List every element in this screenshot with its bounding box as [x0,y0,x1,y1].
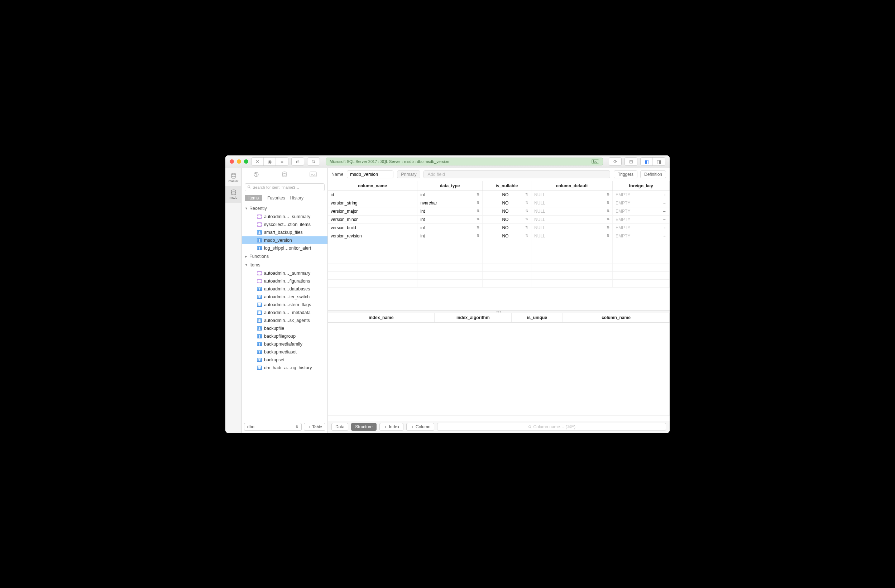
sql-icon[interactable]: SQL [309,171,317,177]
table-row[interactable]: version_string nvarchar⇅ NO ⇅ NULL⇅ EMPT… [328,199,670,207]
tree-item[interactable]: autoadmin…_summary [242,213,328,221]
tree-item[interactable]: backupset [242,356,328,364]
tab-structure[interactable]: Structure [351,423,376,431]
tree-item[interactable]: autoadmin…stem_flags [242,301,328,309]
table-row[interactable]: version_major int⇅ NO ⇅ NULL⇅ EMPTY → [328,207,670,215]
connection-icon[interactable] [253,171,259,177]
tree-item[interactable]: autoadmin…_summary [242,269,328,277]
titlebar: ✕ ◉ ≡ Microsoft SQL Server 2017 : SQL Se… [225,155,670,168]
db-tab-master[interactable]: master [225,170,242,186]
view-icon [257,215,262,219]
tree-item[interactable]: autoadmin…figurations [242,277,328,285]
col-header-default[interactable]: column_default [531,181,613,191]
add-index-button[interactable]: ＋ Index [379,423,404,431]
left-panel-toggle[interactable]: ◧ [641,158,653,165]
db-tab-msdb[interactable]: msdb [225,186,242,203]
table-name-input[interactable] [347,170,393,178]
app-window: ✕ ◉ ≡ Microsoft SQL Server 2017 : SQL Se… [225,155,670,433]
toolbar-right: ⟳ ⊞ ◧ ◨ [609,157,665,166]
refresh-button[interactable]: ⟳ [609,158,621,165]
tree-item[interactable]: autoadmin…ter_switch [242,293,328,301]
indexes-table: index_name index_algorithm is_unique col… [328,313,670,416]
view-icon [257,271,262,275]
segment-favorites[interactable]: Favorites [267,195,285,200]
zoom-window-button[interactable] [244,159,248,164]
breadcrumb-text: Microsoft SQL Server 2017 : SQL Server :… [330,159,449,164]
col-header-fk[interactable]: foreign_key [613,181,670,191]
tree-item-label: dm_hadr_a…ng_history [264,365,312,370]
column-filter-input[interactable]: Column name… (⌘F) [437,423,666,431]
indexes-table-wrap[interactable]: index_name index_algorithm is_unique col… [328,313,670,421]
tree-item-label: autoadmin…databases [264,286,310,291]
tree-item[interactable]: autoadmin…databases [242,285,328,293]
table-row[interactable]: version_minor int⇅ NO ⇅ NULL⇅ EMPTY → [328,215,670,223]
tree-group-header[interactable]: ▶Functions [242,252,328,261]
search-icon[interactable] [307,158,320,165]
window-controls [230,159,248,164]
add-column-button[interactable]: ＋ Column [406,423,435,431]
schema-select[interactable]: dbo ⇅ [244,423,302,431]
tree-item[interactable]: autoadmin…sk_agents [242,317,328,324]
tree-item-label: autoadmin…_summary [264,271,310,276]
segment-history[interactable]: History [290,195,303,200]
tree-item[interactable]: backupfile [242,324,328,332]
tree-item[interactable]: syscollect…ction_items [242,221,328,229]
grid-view-button[interactable]: ⊞ [625,158,637,165]
columns-table: column_name data_type is_nullable column… [328,181,670,288]
table-row[interactable]: version_build int⇅ NO ⇅ NULL⇅ EMPTY → [328,223,670,232]
tree-item[interactable]: msdb_version [242,236,328,244]
triggers-button[interactable]: Triggers [614,170,637,178]
add-field-input[interactable]: Add field [423,170,610,178]
tree-item[interactable]: autoadmin…_metadata [242,309,328,317]
col-header-name[interactable]: column_name [328,181,417,191]
footer-bar: Data Structure ＋ Index ＋ Column Column n… [328,421,670,433]
tree-item-label: syscollect…ction_items [264,222,311,227]
svg-point-5 [283,172,286,173]
table-icon [257,230,262,235]
columns-table-wrap[interactable]: column_name data_type is_nullable column… [328,181,670,311]
view-icon [257,279,262,283]
add-table-button[interactable]: ＋ Table [304,423,326,431]
tree-item[interactable]: dm_hadr_a…ng_history [242,364,328,372]
preview-button[interactable]: ◉ [264,158,276,165]
tree-group-header[interactable]: ▼Recently [242,204,328,213]
database-icon[interactable] [281,171,288,177]
main-pane: Name Primary Add field Triggers Definiti… [328,168,670,433]
primary-pill[interactable]: Primary [397,170,420,178]
col-header-type[interactable]: data_type [417,181,482,191]
table-icon [257,365,262,370]
sidebar-search[interactable]: Search for item: ^name$… [245,183,325,191]
stop-button[interactable]: ✕ [252,158,264,165]
minimize-window-button[interactable] [237,159,241,164]
table-icon [257,358,262,362]
table-row[interactable]: version_revision int⇅ NO ⇅ NULL⇅ EMPTY → [328,232,670,240]
right-panel-toggle[interactable]: ◨ [653,158,665,165]
col-header-nullable[interactable]: is_nullable [482,181,531,191]
tree-item[interactable]: log_shippi…onitor_alert [242,244,328,252]
location-badge: loc [591,159,599,164]
idx-header-col[interactable]: column_name [563,313,670,323]
idx-header-unique[interactable]: is_unique [512,313,563,323]
tree-item[interactable]: backupmediafamily [242,340,328,348]
tab-data[interactable]: Data [331,423,348,431]
tree-item[interactable]: backupmediaset [242,348,328,356]
lock-icon[interactable] [292,158,304,165]
list-button[interactable]: ≡ [276,158,288,165]
table-row[interactable]: id int⇅ NO ⇅ NULL⇅ EMPTY → [328,191,670,199]
segment-items[interactable]: Items [245,195,262,201]
definition-button[interactable]: Definition [640,170,666,178]
tree-item[interactable]: backupfilegroup [242,332,328,340]
schema-value: dbo [247,424,254,429]
sidebar-tree[interactable]: ▼Recentlyautoadmin…_summarysyscollect…ct… [242,204,328,421]
search-button-group [307,157,320,166]
idx-header-algo[interactable]: index_algorithm [435,313,512,323]
breadcrumb-bar[interactable]: Microsoft SQL Server 2017 : SQL Server :… [326,158,603,165]
tree-group-header[interactable]: ▼Items [242,261,328,269]
close-window-button[interactable] [230,159,234,164]
search-placeholder: Search for item: ^name$… [253,185,300,189]
lock-button-group [291,157,304,166]
view-icon [257,223,262,227]
idx-header-name[interactable]: index_name [328,313,435,323]
filter-placeholder: Column name… (⌘F) [534,424,575,429]
tree-item[interactable]: smart_backup_files [242,229,328,236]
